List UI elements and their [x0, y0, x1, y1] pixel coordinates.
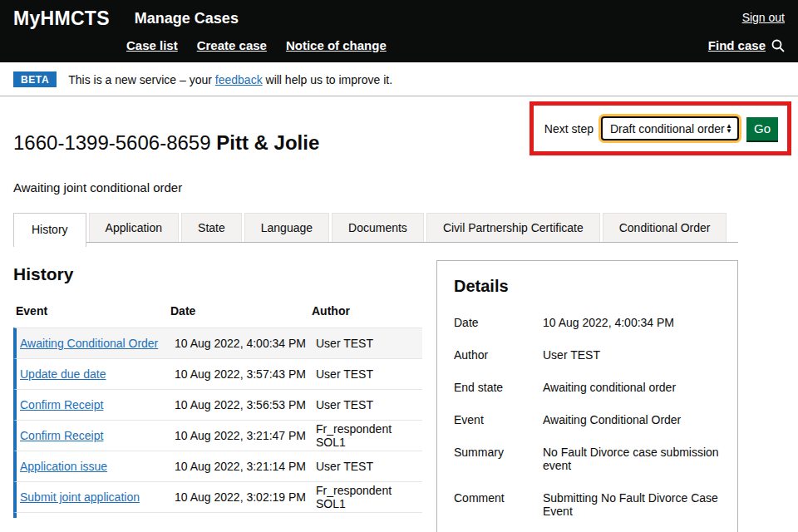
- table-row: Confirm Receipt 10 Aug 2022, 3:21:47 PM …: [13, 420, 422, 451]
- event-author: Fr_respondent SOL1: [316, 484, 422, 510]
- event-date: 10 Aug 2022, 3:56:53 PM: [175, 398, 316, 411]
- event-date: 10 Aug 2022, 3:02:19 PM: [175, 490, 316, 504]
- details-row: Author User TEST: [454, 348, 721, 362]
- tab-conditional-order[interactable]: Conditional Order: [603, 213, 727, 242]
- details-row: Summary No Fault Divorce case submission…: [454, 446, 721, 472]
- event-link[interactable]: Confirm Receipt: [20, 398, 103, 411]
- table-row: Confirm Receipt 10 Aug 2022, 3:56:53 PM …: [13, 389, 422, 420]
- event-author: User TEST: [316, 367, 422, 381]
- next-step-select[interactable]: Draft conditional order ▲▼: [601, 116, 739, 140]
- event-link[interactable]: Confirm Receipt: [20, 429, 103, 442]
- event-link[interactable]: Update due date: [20, 367, 106, 381]
- details-row: Date 10 Aug 2022, 4:00:34 PM: [454, 316, 721, 329]
- tab-documents[interactable]: Documents: [332, 213, 424, 242]
- table-row: Submit joint application 10 Aug 2022, 3:…: [13, 481, 422, 512]
- case-status: Awaiting joint conditional order: [13, 180, 738, 195]
- event-author: User TEST: [316, 337, 422, 350]
- tab-language[interactable]: Language: [244, 213, 329, 242]
- event-author: User TEST: [316, 460, 422, 473]
- feedback-link[interactable]: feedback: [215, 73, 263, 86]
- brand-logo: MyHMCTS: [13, 7, 110, 30]
- beta-banner: BETA This is a new service – your feedba…: [0, 62, 798, 96]
- app-title: Manage Cases: [135, 10, 239, 27]
- event-author: User TEST: [316, 398, 422, 411]
- case-number: 1660-1399-5606-8659: [13, 131, 211, 154]
- find-case-link[interactable]: Find case: [708, 38, 766, 52]
- tab-history[interactable]: History: [13, 213, 86, 247]
- details-value: Awaiting Conditional Order: [543, 413, 721, 426]
- event-author: Fr_respondent SOL1: [316, 422, 422, 449]
- history-heading: History: [13, 264, 422, 284]
- nav-create-case[interactable]: Create case: [197, 38, 267, 52]
- details-value: No Fault Divorce case submission event: [543, 446, 721, 472]
- details-heading: Details: [454, 277, 721, 296]
- tab-state[interactable]: State: [181, 213, 242, 242]
- details-row: Comment Submitting No Fault Divorce Case…: [454, 491, 721, 518]
- details-row: End state Awaiting conditional order: [454, 381, 721, 394]
- details-value: Awaiting conditional order: [543, 381, 721, 394]
- tab-application[interactable]: Application: [89, 213, 180, 242]
- details-label: Author: [454, 348, 543, 362]
- tab-civil-partnership-certificate[interactable]: Civil Partnership Certificate: [426, 213, 600, 242]
- details-value: User TEST: [543, 348, 721, 362]
- history-section: History Event Date Author Awaiting Condi…: [13, 260, 422, 532]
- details-row: Event Awaiting Conditional Order: [454, 413, 721, 426]
- next-step-label: Next step: [544, 122, 594, 135]
- event-link[interactable]: Application issue: [20, 460, 107, 473]
- column-header-event: Event: [16, 304, 170, 318]
- table-row: Update due date 10 Aug 2022, 3:57:43 PM …: [13, 358, 422, 389]
- next-step-selected-option: Draft conditional order: [610, 122, 725, 135]
- details-value: Submitting No Fault Divorce Case Event: [543, 491, 721, 518]
- beta-text: This is a new service – your feedback wi…: [68, 73, 392, 86]
- event-link[interactable]: Submit joint application: [20, 490, 140, 504]
- details-label: Event: [454, 413, 543, 426]
- search-icon[interactable]: [771, 39, 785, 52]
- details-value: 10 Aug 2022, 4:00:34 PM: [543, 316, 721, 329]
- next-step-highlight-box: Next step Draft conditional order ▲▼ Go: [530, 101, 791, 155]
- event-date: 10 Aug 2022, 3:57:43 PM: [175, 367, 316, 381]
- sign-out-link[interactable]: Sign out: [742, 11, 785, 24]
- go-button[interactable]: Go: [746, 117, 778, 140]
- history-table-header: Event Date Author: [13, 304, 422, 328]
- table-row-clipped: [13, 512, 422, 518]
- nav-case-list[interactable]: Case list: [126, 38, 178, 52]
- details-label: Comment: [454, 491, 543, 518]
- beta-text-before: This is a new service – your: [68, 73, 215, 86]
- details-panel: Details Date 10 Aug 2022, 4:00:34 PM Aut…: [436, 260, 738, 532]
- details-label: End state: [454, 381, 543, 394]
- table-row: Awaiting Conditional Order 10 Aug 2022, …: [13, 328, 422, 358]
- event-date: 10 Aug 2022, 4:00:34 PM: [175, 337, 316, 350]
- case-header: 1660-1399-5606-8659 Pitt & Jolie Next st…: [13, 96, 738, 168]
- beta-badge: BETA: [13, 71, 57, 87]
- nav-notice-of-change[interactable]: Notice of change: [286, 38, 387, 52]
- table-row: Application issue 10 Aug 2022, 3:21:14 P…: [13, 451, 422, 481]
- beta-text-after: will help us to improve it.: [263, 73, 392, 86]
- event-date: 10 Aug 2022, 3:21:47 PM: [175, 429, 316, 442]
- event-date: 10 Aug 2022, 3:21:14 PM: [175, 460, 316, 473]
- select-spinner-icon: ▲▼: [726, 124, 732, 134]
- primary-nav: Case list Create case Notice of change: [126, 38, 387, 52]
- case-name: Pitt & Jolie: [216, 131, 319, 154]
- column-header-date: Date: [170, 304, 312, 318]
- details-label: Date: [454, 316, 543, 329]
- details-label: Summary: [454, 446, 543, 472]
- app-header: MyHMCTS Manage Cases Sign out Case list …: [0, 0, 798, 62]
- tab-bar: History Application State Language Docum…: [13, 213, 738, 243]
- column-header-author: Author: [312, 304, 422, 318]
- event-link[interactable]: Awaiting Conditional Order: [20, 337, 158, 350]
- history-table: Event Date Author Awaiting Conditional O…: [13, 304, 422, 518]
